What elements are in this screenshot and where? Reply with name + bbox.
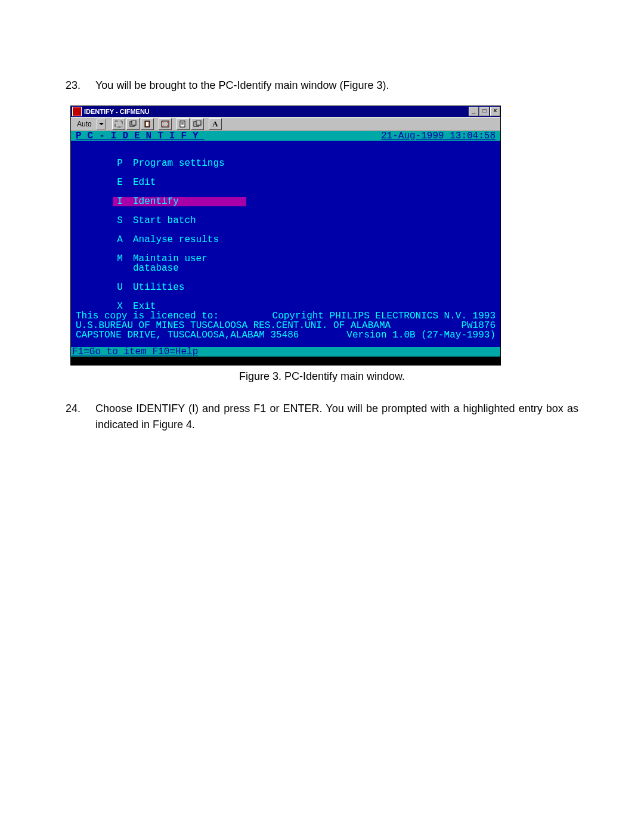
svg-rect-0 [115, 121, 122, 127]
license-line2-right: PW1876 [461, 321, 496, 330]
menu-item-maintain-db[interactable]: M Maintain user database [113, 254, 500, 273]
mark-icon[interactable] [112, 118, 125, 130]
svg-rect-14 [196, 120, 201, 125]
menu-item-analyse-results[interactable]: A Analyse results [113, 235, 500, 244]
toolbar-auto-label: Auto [77, 120, 92, 128]
window-controls: _ □ × [468, 107, 500, 116]
window-titlebar: IDENTIFY - CIFMENU _ □ × [71, 106, 500, 117]
menu-item-exit[interactable]: X Exit [113, 302, 500, 311]
status-bar: F1=Go to item F10=Help [71, 347, 500, 357]
fullscreen-icon[interactable] [159, 118, 172, 130]
menu-item-edit[interactable]: E Edit [113, 178, 500, 187]
step-number: 23. [66, 78, 95, 94]
paste-icon[interactable] [141, 118, 154, 130]
step-24: 24. Choose IDENTIFY (I) and press F1 or … [66, 401, 578, 433]
menu-item-start-batch[interactable]: S Start batch [113, 216, 500, 225]
step-23: 23. You will be brought to the PC-Identi… [66, 78, 578, 94]
maximize-button[interactable]: □ [479, 107, 490, 116]
toolbar: Auto A [71, 117, 500, 131]
license-footer: This copy is licenced to: Copyright PHIL… [71, 311, 500, 340]
menu-item-utilities[interactable]: U Utilities [113, 283, 500, 292]
app-icon [72, 107, 82, 116]
step-text: You will be brought to the PC-Identify m… [95, 78, 578, 94]
menu-list: P Program settings E Edit I Identify S S… [71, 141, 500, 311]
license-line1-left: This copy is licenced to: [76, 311, 219, 321]
copy-icon[interactable] [126, 118, 140, 130]
license-line3-right: Version 1.0B (27-May-1993) [346, 330, 496, 340]
terminal-header: PC-IDENTIFY 21-Aug-1999 13:04:58 [71, 131, 500, 141]
window-title: IDENTIFY - CIFMENU [84, 108, 150, 115]
terminal-area: PC-IDENTIFY 21-Aug-1999 13:04:58 P Progr… [71, 131, 500, 365]
license-line2-left: U.S.BUREAU OF MINES TUSCALOOSA RES.CENT.… [76, 321, 391, 330]
step-text: Choose IDENTIFY (I) and press F1 or ENTE… [95, 401, 578, 433]
license-line3-left: CAPSTONE DRIVE, TUSCALOOSA,ALABAM 35486 [76, 330, 299, 340]
terminal-title: PC-IDENTIFY [76, 131, 205, 141]
screenshot-pc-identify: IDENTIFY - CIFMENU _ □ × Auto [70, 106, 501, 366]
font-icon[interactable]: A [209, 118, 222, 130]
license-line1-right: Copyright PHILIPS ELECTRONICS N.V. 1993 [273, 311, 496, 321]
minimize-button[interactable]: _ [469, 107, 479, 116]
properties-icon[interactable] [177, 118, 190, 130]
svg-rect-2 [132, 120, 136, 125]
bottom-border [71, 357, 500, 365]
terminal-datetime: 21-Aug-1999 13:04:58 [381, 131, 496, 141]
menu-item-identify[interactable]: I Identify [113, 197, 500, 206]
menu-item-program-settings[interactable]: P Program settings [113, 159, 500, 168]
svg-rect-4 [146, 122, 148, 126]
close-button[interactable]: × [490, 107, 500, 116]
auto-dropdown[interactable] [97, 119, 106, 129]
step-number: 24. [66, 401, 95, 433]
figure-caption: Figure 3. PC-Identify main window. [66, 370, 578, 383]
background-icon[interactable] [191, 118, 204, 130]
